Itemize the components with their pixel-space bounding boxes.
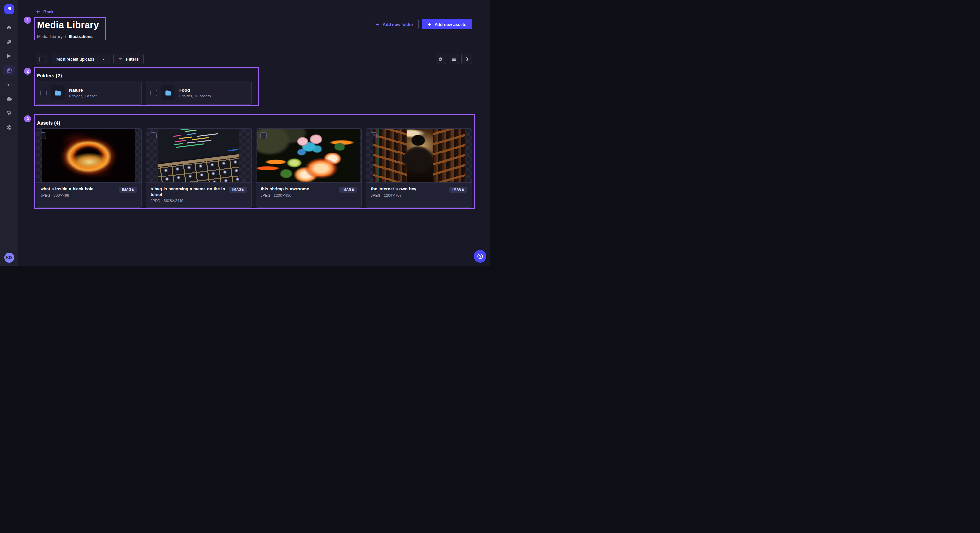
asset-title: a-bug-is-becoming-a-meme-on-the-internet	[151, 186, 226, 197]
folders-grid: Nature 0 folder, 1 asset Food 0 folder, …	[36, 81, 472, 105]
feather-icon	[6, 39, 12, 45]
help-button[interactable]	[474, 250, 487, 263]
asset-thumbnail-area	[36, 128, 141, 182]
asset-footer: a-bug-is-becoming-a-meme-on-the-internet…	[146, 182, 251, 207]
folder-card-food[interactable]: Food 0 folder, 16 assets	[146, 81, 252, 105]
folders-heading: Folders (2)	[37, 73, 472, 78]
sidebar-item-media-library[interactable]	[3, 65, 15, 75]
assets-section: Assets (4) what-s-inside-a-black-hole JP…	[36, 120, 472, 208]
asset-checkbox[interactable]	[40, 132, 46, 139]
list-icon	[451, 57, 456, 62]
asset-type-badge: IMAGE	[229, 187, 247, 193]
sidebar-item-releases[interactable]	[3, 51, 15, 61]
select-all-button[interactable]	[36, 54, 48, 65]
toolbar: Most recent uploads Filters	[36, 54, 472, 65]
asset-footer: what-s-inside-a-black-hole JPEG - 800✕46…	[36, 182, 141, 207]
chevron-down-icon	[102, 57, 105, 61]
cart-icon	[6, 110, 12, 116]
asset-checkbox[interactable]	[370, 132, 377, 139]
folder-meta: 0 folder, 16 assets	[179, 94, 211, 98]
filters-button[interactable]: Filters	[113, 54, 143, 65]
asset-thumbnail-area	[366, 128, 471, 182]
add-new-assets-label: Add new assets	[434, 22, 466, 27]
folder-icon-box	[161, 86, 175, 100]
help-question-icon	[477, 253, 484, 260]
view-options	[436, 54, 472, 65]
media-settings-button[interactable]	[436, 54, 446, 65]
add-new-folder-button[interactable]: Add new folder	[370, 19, 419, 30]
plus-icon	[375, 22, 380, 27]
sidebar-item-home[interactable]	[3, 22, 15, 33]
asset-type-badge: IMAGE	[450, 187, 467, 193]
cloud-icon	[6, 96, 12, 102]
asset-thumbnail-area	[146, 128, 251, 182]
folder-icon-box	[51, 86, 65, 100]
folder-card-nature[interactable]: Nature 0 folder, 1 asset	[36, 81, 142, 105]
folder-name: Food	[179, 87, 211, 93]
plus-icon	[427, 22, 432, 27]
search-button[interactable]	[461, 54, 472, 65]
back-link[interactable]: Back	[36, 9, 54, 14]
assets-grid: what-s-inside-a-black-hole JPEG - 800✕46…	[36, 128, 472, 208]
mantis-shrimp-photo	[257, 128, 360, 182]
asset-meta: JPEG - 3628✕2419	[151, 198, 226, 203]
sidebar-item-content-manager[interactable]	[3, 36, 15, 47]
asset-footer: the-internet-s-own-boy JPEG - 1200✕707 I…	[366, 182, 471, 207]
folder-name: Nature	[69, 87, 97, 93]
sidebar: KD	[0, 0, 19, 266]
asset-type-badge: IMAGE	[119, 187, 137, 193]
media-library-icon	[6, 67, 12, 73]
asset-meta: JPEG - 1200✕707	[371, 193, 446, 198]
asset-title: this-shrimp-is-awesome	[261, 186, 336, 192]
asset-title: what-s-inside-a-black-hole	[40, 186, 116, 192]
asset-meta: JPEG - 800✕466	[40, 193, 116, 198]
strapi-logo	[4, 4, 14, 14]
asset-footer: this-shrimp-is-awesome JPEG - 1200✕630 I…	[256, 182, 362, 207]
asset-card-black-hole[interactable]: what-s-inside-a-black-hole JPEG - 800✕46…	[36, 128, 142, 208]
layout-icon	[6, 82, 12, 87]
gear-icon	[438, 57, 443, 62]
asset-card-shrimp[interactable]: this-shrimp-is-awesome JPEG - 1200✕630 I…	[256, 128, 362, 208]
sidebar-item-marketplace[interactable]	[3, 108, 15, 118]
sidebar-nav	[3, 22, 15, 132]
folder-checkbox[interactable]	[40, 90, 47, 96]
breadcrumb-parent[interactable]: Media Library	[37, 34, 62, 39]
asset-meta: JPEG - 1200✕630	[261, 193, 336, 198]
sort-value: Most recent uploads	[56, 57, 94, 62]
sidebar-item-cloud[interactable]	[3, 94, 15, 104]
asset-checkbox[interactable]	[260, 132, 267, 139]
strapi-logo-icon	[6, 6, 12, 12]
section-divider	[36, 110, 472, 110]
add-new-folder-label: Add new folder	[383, 22, 413, 27]
paper-plane-icon	[6, 53, 12, 59]
list-view-button[interactable]	[449, 54, 459, 65]
laptop-code-photo	[158, 128, 239, 182]
asset-checkbox[interactable]	[150, 132, 156, 139]
black-hole-photo	[42, 128, 135, 182]
asset-title: the-internet-s-own-boy	[371, 186, 446, 192]
home-icon	[6, 25, 12, 30]
breadcrumb: Media Library / Illustrations	[37, 34, 472, 39]
main-content: Back Media Library Media Library / Illus…	[19, 0, 490, 266]
folder-meta: 0 folder, 1 asset	[69, 94, 97, 98]
select-all-checkbox[interactable]	[39, 56, 45, 62]
back-arrow-icon	[36, 9, 41, 14]
folders-section: Folders (2) Nature 0 folder, 1 asset Foo…	[36, 73, 472, 105]
sidebar-item-content-type-builder[interactable]	[3, 79, 15, 90]
sort-dropdown[interactable]: Most recent uploads	[52, 54, 110, 65]
user-avatar[interactable]: KD	[4, 252, 14, 263]
asset-card-bug-meme[interactable]: a-bug-is-becoming-a-meme-on-the-internet…	[146, 128, 252, 208]
asset-card-internets-own-boy[interactable]: the-internet-s-own-boy JPEG - 1200✕707 I…	[366, 128, 472, 208]
filter-icon	[118, 57, 123, 62]
header-actions: Add new folder Add new assets	[370, 19, 472, 30]
assets-heading: Assets (4)	[37, 120, 472, 125]
breadcrumb-current: Illustrations	[69, 34, 93, 39]
search-icon	[464, 57, 469, 62]
back-label: Back	[43, 10, 54, 14]
folder-icon	[164, 89, 172, 97]
add-new-assets-button[interactable]: Add new assets	[422, 19, 472, 30]
folder-checkbox[interactable]	[150, 90, 157, 96]
folder-icon	[54, 89, 62, 97]
sidebar-item-settings[interactable]	[3, 122, 15, 132]
library-person-art	[373, 128, 465, 182]
